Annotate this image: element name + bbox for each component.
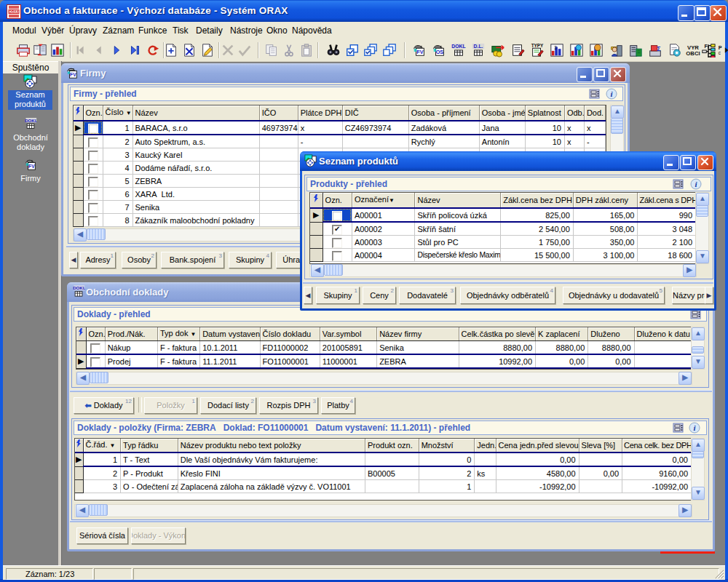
svg-text:D.L.: D.L. — [474, 44, 483, 49]
svg-text:ORAX: ORAX — [9, 10, 19, 14]
svg-text:c: c — [719, 50, 721, 55]
svg-text:FV: FV — [416, 49, 423, 55]
svg-text:OS: OS — [436, 49, 444, 55]
svg-text:FV: FV — [70, 72, 76, 77]
svg-text:DOKL: DOKL — [25, 119, 37, 123]
svg-text:FV: FV — [28, 164, 35, 169]
svg-text:OBCI: OBCI — [686, 50, 700, 57]
svg-text:DOKL: DOKL — [73, 285, 85, 290]
svg-text:Σ: Σ — [657, 46, 661, 52]
svg-text:TYPY: TYPY — [531, 43, 544, 48]
svg-text:3: 3 — [554, 45, 557, 50]
svg-text:DOKL: DOKL — [451, 44, 465, 49]
